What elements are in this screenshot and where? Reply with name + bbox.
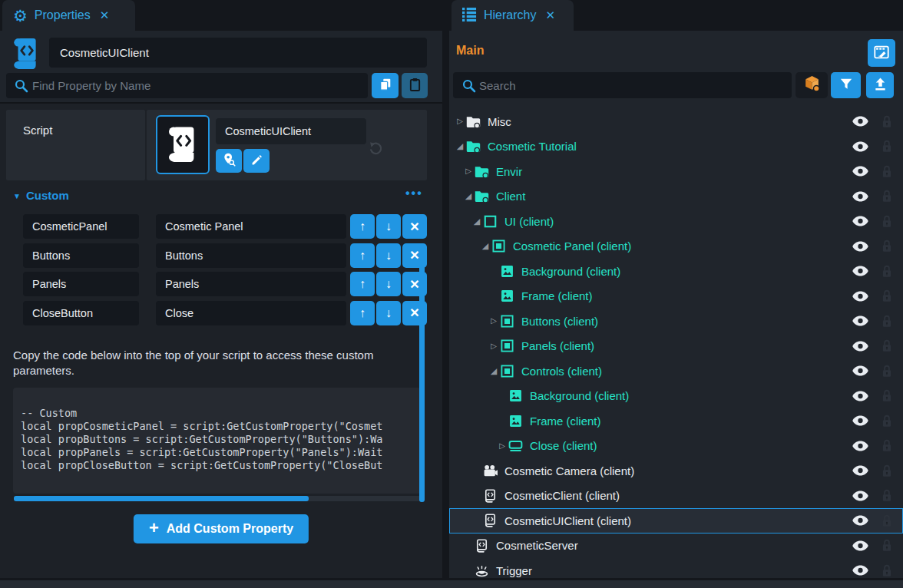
add-custom-property-button[interactable]: + Add Custom Property [134,514,309,543]
upload-button[interactable] [866,72,894,98]
visibility-eye-icon[interactable] [851,216,869,226]
expand-arrow-icon[interactable]: ◢ [462,192,475,200]
tree-row[interactable]: CosmeticClient (client) [449,484,903,509]
visibility-eye-icon[interactable] [851,365,869,376]
horizontal-scrollbar-track[interactable] [14,496,421,501]
padlock-icon[interactable] [880,489,894,502]
padlock-icon[interactable] [880,239,894,253]
collapse-triangle-icon[interactable]: ▼ [13,192,21,200]
section-menu-dots[interactable]: ••• [405,187,423,200]
find-property-input[interactable] [6,73,368,98]
padlock-icon[interactable] [880,439,894,452]
visibility-eye-icon[interactable] [851,141,869,152]
move-up-button[interactable]: ↑ [350,301,375,325]
custom-property-name-input[interactable] [23,214,139,239]
expand-arrow-icon[interactable]: ▷ [454,117,466,125]
tree-row[interactable]: Background (client) [449,259,903,284]
move-down-button[interactable]: ↓ [376,272,401,296]
visibility-eye-icon[interactable] [851,540,869,551]
padlock-icon[interactable] [880,514,894,527]
tree-row[interactable]: CosmeticServer [449,533,903,559]
custom-property-name-input[interactable] [23,272,139,296]
padlock-icon[interactable] [880,365,894,378]
move-down-button[interactable]: ↓ [376,301,401,325]
padlock-icon[interactable] [880,289,894,302]
padlock-icon[interactable] [880,115,894,128]
tree-row[interactable]: ▷ Buttons (client) [449,309,903,334]
move-up-button[interactable]: ↑ [350,272,375,296]
visibility-eye-icon[interactable] [851,291,869,302]
visibility-eye-icon[interactable] [851,391,869,401]
custom-property-value-input[interactable] [156,243,346,268]
edit-script-button[interactable] [243,149,270,173]
tree-row[interactable]: Frame (client) [449,408,903,434]
undo-arrow-icon[interactable] [369,141,383,159]
script-asset-thumbnail[interactable] [156,115,210,174]
visibility-eye-icon[interactable] [851,191,869,202]
padlock-icon[interactable] [880,415,894,428]
expand-arrow-icon[interactable]: ▷ [462,167,475,175]
tree-row[interactable]: ▷ Envir [449,159,903,184]
move-down-button[interactable]: ↓ [376,214,401,239]
custom-property-value-input[interactable] [156,301,346,325]
expand-arrow-icon[interactable]: ◢ [479,242,491,250]
visibility-eye-icon[interactable] [851,116,869,127]
copy-properties-button[interactable] [372,73,399,98]
tree-row[interactable]: ▷ Close (client) [449,434,903,459]
visibility-eye-icon[interactable] [851,565,869,576]
script-name-input[interactable] [49,38,427,68]
tab-properties[interactable]: ⚙ Properties ✕ [2,0,135,31]
expand-arrow-icon[interactable]: ◢ [471,217,483,226]
custom-property-name-input[interactable] [23,243,139,268]
close-icon[interactable]: ✕ [545,8,555,22]
tree-row[interactable]: ◢ UI (client) [449,209,903,234]
paste-properties-button[interactable] [402,73,428,98]
tree-row[interactable]: Frame (client) [449,284,903,309]
horizontal-scrollbar-thumb[interactable] [14,496,309,501]
tree-row[interactable]: ◢ Cosmetic Tutorial [449,134,903,160]
scene-capture-button[interactable] [868,39,895,67]
expand-arrow-icon[interactable]: ▷ [488,342,500,350]
hierarchy-search-input[interactable] [453,72,792,98]
visibility-eye-icon[interactable] [851,515,869,526]
padlock-icon[interactable] [880,315,894,328]
vertical-scrollbar-thumb[interactable] [419,247,425,502]
tree-row[interactable]: CosmeticUIClient (client) [449,508,903,533]
close-icon[interactable]: ✕ [100,8,110,22]
tree-row[interactable]: Background (client) [449,384,903,409]
visibility-eye-icon[interactable] [851,415,869,426]
visibility-eye-icon[interactable] [851,441,869,451]
custom-property-value-input[interactable] [156,272,346,296]
padlock-icon[interactable] [880,564,894,577]
padlock-icon[interactable] [880,265,894,278]
filter-button[interactable] [831,72,861,98]
custom-property-value-input[interactable] [156,214,346,239]
padlock-icon[interactable] [880,165,894,178]
padlock-icon[interactable] [880,140,894,153]
show-templates-button[interactable] [796,72,828,98]
tree-row[interactable]: ◢ Controls (client) [449,358,903,384]
move-down-button[interactable]: ↓ [376,243,401,268]
move-up-button[interactable]: ↑ [350,243,375,268]
visibility-eye-icon[interactable] [851,166,869,177]
remove-property-button[interactable]: ✕ [402,214,427,239]
find-script-in-scene-button[interactable] [216,149,242,173]
tree-row[interactable]: ◢ Cosmetic Panel (client) [449,234,903,259]
padlock-icon[interactable] [880,389,894,402]
visibility-eye-icon[interactable] [851,266,869,276]
tree-row[interactable]: ◢ Client [449,184,903,210]
padlock-icon[interactable] [880,215,894,228]
padlock-icon[interactable] [880,539,894,552]
custom-property-name-input[interactable] [23,301,139,325]
tree-row[interactable]: ▷ Misc [449,109,903,134]
visibility-eye-icon[interactable] [851,491,869,501]
expand-arrow-icon[interactable]: ◢ [454,142,466,150]
visibility-eye-icon[interactable] [851,315,869,326]
tree-row[interactable]: Cosmetic Camera (client) [449,458,903,484]
padlock-icon[interactable] [880,464,894,477]
expand-arrow-icon[interactable]: ▷ [496,442,508,450]
padlock-icon[interactable] [880,339,894,352]
expand-arrow-icon[interactable]: ◢ [488,367,500,375]
tree-row[interactable]: ▷ Panels (client) [449,334,903,359]
script-asset-name-input[interactable] [216,118,366,144]
